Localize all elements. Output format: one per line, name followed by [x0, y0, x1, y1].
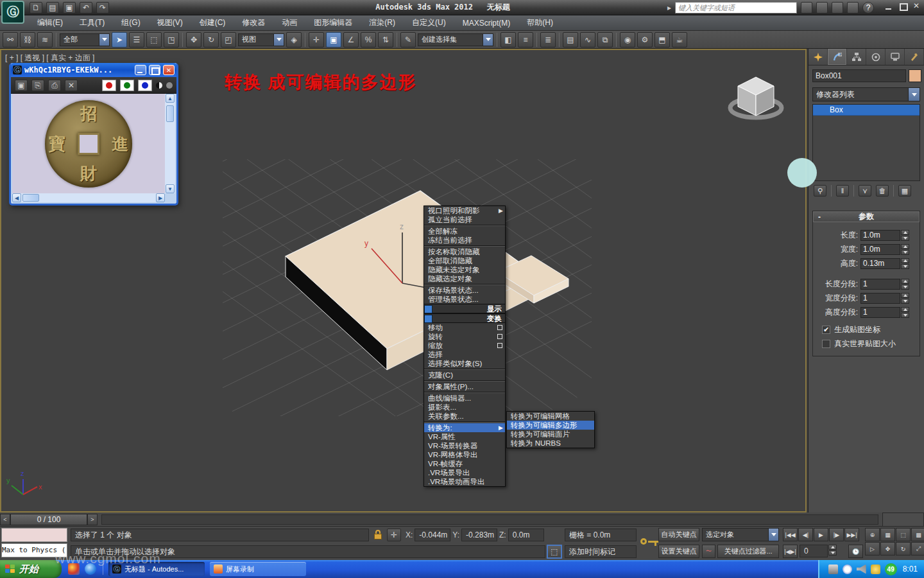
menu-modifiers[interactable]: 修改器 [234, 16, 273, 30]
select-and-rotate-button[interactable]: ↻ [203, 32, 219, 48]
context-menu-item[interactable]: 全部取消隐藏 [424, 256, 505, 265]
context-menu-item[interactable]: VR-网格体导出 [424, 450, 505, 459]
context-menu-item[interactable]: 管理场景状态... [424, 295, 505, 304]
parameter-field[interactable]: 1.0m [860, 244, 900, 255]
modifier-list-dropdown[interactable]: 修改器列表 [812, 87, 920, 101]
scroll-thumb[interactable] [166, 105, 174, 122]
app-logo-icon[interactable]: Ⓖ [1, 1, 24, 24]
zoom-extents-all-icon[interactable]: ▩ [911, 528, 924, 541]
scroll-left-icon[interactable]: ◀ [12, 193, 21, 202]
modifier-stack[interactable]: Box [812, 104, 920, 181]
context-menu-item[interactable]: 全部解冻 [424, 227, 505, 236]
dropdown-arrow-icon[interactable] [483, 34, 493, 46]
mirror-button[interactable]: ◧ [501, 32, 516, 48]
green-channel-button[interactable] [120, 80, 134, 91]
z-coordinate-field[interactable]: 0.0m [508, 529, 544, 541]
context-menu-item[interactable]: .VR场景动画导出 [424, 477, 505, 486]
material-editor-button[interactable]: ◉ [620, 32, 635, 48]
tab-utilities[interactable] [905, 49, 924, 65]
search-input[interactable]: 键入关键字或短语 [675, 2, 797, 13]
minimize-button[interactable] [884, 3, 893, 10]
spinner[interactable] [901, 293, 909, 304]
object-name-field[interactable]: Box001 [812, 69, 906, 82]
unlink-selection-icon[interactable]: ⛓ [20, 32, 35, 48]
recorder-counter-badge[interactable]: 49 [885, 563, 897, 575]
settings-box-icon[interactable] [497, 343, 502, 348]
menu-animation[interactable]: 动画 [274, 16, 305, 30]
snaps-toggle-button[interactable]: ▣ [326, 32, 341, 48]
percent-snap-button[interactable]: % [361, 32, 376, 48]
volume-tray-icon[interactable] [857, 565, 866, 574]
context-menu-item[interactable]: 按名称取消隐藏 [424, 247, 505, 256]
time-configuration-icon[interactable]: 🕒 [848, 545, 863, 558]
configure-modifier-sets-icon[interactable]: ▦ [898, 185, 911, 197]
context-menu-item[interactable]: 转换为:▶ [424, 423, 505, 432]
scroll-down-icon[interactable]: ▼ [166, 184, 175, 193]
new-file-button[interactable]: 🗋 [30, 2, 42, 13]
key-mode-toggle-icon[interactable]: |◀▶| [783, 545, 798, 558]
dropdown-arrow-icon[interactable] [768, 529, 778, 541]
rectangular-region-button[interactable]: ⬚ [146, 32, 162, 48]
horizontal-scrollbar[interactable]: ◀ ▶ [12, 193, 165, 202]
tab-hierarchy[interactable] [847, 49, 866, 65]
maxscript-listener-macro[interactable] [1, 528, 67, 542]
open-file-button[interactable]: ▤ [46, 2, 59, 13]
mono-channel-button[interactable] [166, 82, 173, 89]
tab-create[interactable] [809, 49, 828, 65]
time-slider-track[interactable] [101, 514, 878, 525]
zoom-extents-icon[interactable]: ⬚ [896, 528, 911, 541]
context-menu-item[interactable]: 转换为可编辑面片 [507, 430, 594, 439]
graphite-ribbon-button[interactable]: ▤ [563, 32, 578, 48]
help-icon[interactable]: ? [862, 2, 874, 13]
scroll-thumb[interactable] [22, 194, 39, 202]
context-menu-item[interactable]: 转换为 NURBS [507, 439, 594, 448]
context-menu-item[interactable]: VR-帧缓存 [424, 459, 505, 468]
perspective-viewport[interactable]: [ + ] [ 透视 ] [ 真实 + 边面 ] 转换 成可编辑的多边形 [0, 49, 807, 512]
context-menu-item[interactable]: 转换为可编辑多边形 [507, 421, 594, 430]
current-frame-field[interactable]: 0 [800, 545, 828, 557]
blue-channel-button[interactable] [138, 80, 152, 91]
settings-box-icon[interactable] [497, 334, 502, 339]
close-button[interactable] [912, 3, 921, 10]
image-viewer-window[interactable]: Ⓖ wKhQc1RBYG-EKEkW... ✕ ▣ ⎘ ⎙ ✕ [9, 63, 178, 206]
go-to-end-icon[interactable]: ▶▶| [844, 528, 859, 541]
menu-help[interactable]: 帮助(H) [519, 16, 561, 30]
context-menu-item[interactable]: 选择类似对象(S) [424, 359, 505, 368]
context-menu-item[interactable]: 缩放 [424, 341, 505, 350]
y-coordinate-field[interactable]: -0.283m [461, 529, 497, 541]
context-menu-item[interactable]: 保存场景状态... [424, 286, 505, 295]
align-button[interactable]: ≡ [518, 32, 533, 48]
go-to-start-icon[interactable]: |◀◀ [783, 528, 798, 541]
menu-rendering[interactable]: 渲染(R) [361, 16, 403, 30]
menu-edit[interactable]: 编辑(E) [30, 16, 71, 30]
remove-modifier-icon[interactable]: 🗑 [876, 185, 889, 197]
view-cube[interactable] [721, 68, 791, 132]
schematic-view-button[interactable]: ⧉ [597, 32, 613, 48]
context-menu-item[interactable]: VR-属性 [424, 432, 505, 441]
context-menu-item[interactable]: 关联参数... [424, 412, 505, 421]
context-menu-item[interactable]: 选择 [424, 350, 505, 359]
add-time-tag[interactable]: 添加时间标记 [565, 545, 637, 558]
context-menu-item[interactable]: 转换为可编辑网格 [507, 412, 594, 421]
auto-key-button[interactable]: 自动关键点 [658, 528, 699, 541]
play-icon[interactable]: ▶ [814, 528, 828, 541]
menu-views[interactable]: 视图(V) [150, 16, 191, 30]
context-menu-item[interactable]: 冻结当前选择 [424, 236, 505, 245]
named-selection-sets-dropdown[interactable]: 创建选择集 [418, 33, 493, 46]
context-menu-item[interactable]: 对象属性(P)... [424, 382, 505, 391]
antivirus-tray-icon[interactable] [871, 565, 880, 574]
select-by-name-button[interactable]: ☰ [129, 32, 144, 48]
menu-maxscript[interactable]: MAXScript(M) [455, 17, 518, 29]
scroll-right-icon[interactable]: ▶ [156, 193, 165, 202]
parameter-field[interactable]: 1 [860, 293, 900, 304]
angle-snap-button[interactable]: ∠ [343, 32, 359, 48]
next-frame-icon[interactable]: |▶ [829, 528, 844, 541]
curve-editor-button[interactable]: ∿ [580, 32, 595, 48]
select-and-scale-button[interactable]: ◰ [221, 32, 236, 48]
key-filters-button[interactable]: 关键点过滤器... [717, 545, 779, 558]
pin-stack-icon[interactable]: ⚲ [814, 185, 826, 197]
spinner-snap-button[interactable]: ⇅ [378, 32, 393, 48]
close-button[interactable]: ✕ [163, 65, 175, 75]
select-and-move-button[interactable]: ✥ [186, 32, 201, 48]
undo-button[interactable]: ↶ [80, 2, 92, 13]
